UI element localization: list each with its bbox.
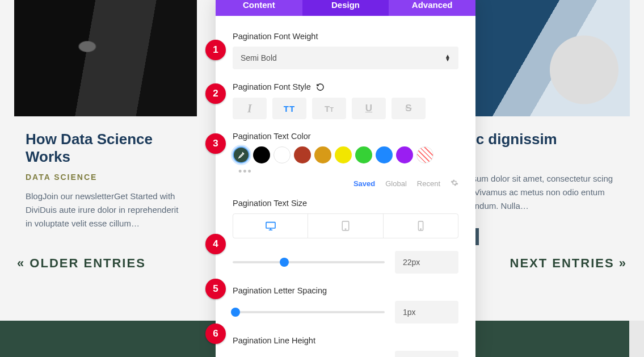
color-swatch[interactable] bbox=[314, 146, 331, 163]
tab-advanced[interactable]: Advanced bbox=[389, 0, 475, 16]
color-swatch[interactable] bbox=[396, 146, 413, 163]
card-title[interactable]: How Data Science Works bbox=[26, 131, 186, 166]
card-category[interactable]: LTH bbox=[458, 155, 618, 164]
color-swatches bbox=[233, 146, 458, 163]
slider-thumb[interactable] bbox=[280, 258, 289, 267]
letter-spacing-slider-row: 1px bbox=[233, 301, 458, 324]
annotation-badge-4: 4 bbox=[205, 234, 226, 254]
blog-card-left: How Data Science Works DATA SCIENCE Blog… bbox=[14, 0, 197, 230]
line-height-slider-row: 1.7em bbox=[233, 351, 458, 357]
annotation-badge-5: 5 bbox=[205, 279, 226, 299]
text-size-value[interactable]: 22px bbox=[395, 251, 458, 274]
annotation-badge-1: 1 bbox=[205, 40, 226, 60]
card-image bbox=[14, 0, 197, 116]
font-weight-select[interactable]: Semi Bold ▲▼ bbox=[233, 47, 458, 69]
panel-body[interactable]: Pagination Font Weight Semi Bold ▲▼ Pagi… bbox=[216, 16, 475, 357]
label-font-weight: Pagination Font Weight bbox=[233, 32, 458, 41]
color-swatch[interactable] bbox=[335, 146, 352, 163]
desktop-tab[interactable] bbox=[233, 214, 308, 238]
card-title[interactable]: nec dignissim bbox=[458, 131, 618, 148]
annotation-badge-6: 6 bbox=[205, 324, 226, 344]
card-excerpt: n ipsum dolor sit amet, consectetur scin… bbox=[458, 172, 618, 213]
phone-tab[interactable] bbox=[384, 214, 458, 238]
label-text-color: Pagination Text Color bbox=[233, 132, 458, 141]
color-swatch[interactable] bbox=[355, 146, 372, 163]
letter-spacing-value[interactable]: 1px bbox=[395, 301, 458, 324]
settings-panel: Content Design Advanced Pagination Font … bbox=[216, 0, 475, 357]
global-colors-link[interactable]: Global bbox=[385, 179, 407, 188]
smallcaps-button[interactable]: TT bbox=[312, 98, 346, 119]
panel-tabs: Content Design Advanced bbox=[216, 0, 475, 16]
line-height-value[interactable]: 1.7em bbox=[395, 351, 458, 357]
label-line-height: Pagination Line Height bbox=[233, 336, 458, 345]
tablet-tab[interactable] bbox=[308, 214, 383, 238]
more-colors-button[interactable]: ••• bbox=[233, 166, 458, 178]
label-text-size: Pagination Text Size bbox=[233, 199, 458, 208]
saved-colors-link[interactable]: Saved bbox=[353, 179, 375, 188]
select-arrows-icon: ▲▼ bbox=[445, 54, 451, 61]
recent-colors-link[interactable]: Recent bbox=[417, 179, 440, 188]
color-picker-swatch[interactable] bbox=[233, 146, 250, 163]
font-style-buttons: I TT TT U S bbox=[233, 98, 458, 119]
color-swatch[interactable] bbox=[376, 146, 393, 163]
svg-rect-0 bbox=[266, 222, 275, 228]
color-palette-links: Saved Global Recent bbox=[233, 179, 458, 188]
tab-design[interactable]: Design bbox=[302, 0, 389, 16]
strikethrough-button[interactable]: S bbox=[392, 98, 426, 119]
older-entries-link[interactable]: « OLDER ENTRIES bbox=[17, 256, 146, 271]
italic-button[interactable]: I bbox=[233, 98, 267, 119]
responsive-device-tabs bbox=[233, 213, 458, 238]
font-weight-value: Semi Bold bbox=[241, 53, 277, 62]
card-excerpt: BlogJoin our newsletterGet Started with … bbox=[26, 190, 186, 230]
transparent-swatch[interactable] bbox=[416, 146, 433, 163]
card-category[interactable]: DATA SCIENCE bbox=[26, 173, 186, 182]
color-swatch[interactable] bbox=[273, 146, 291, 163]
text-size-slider[interactable] bbox=[233, 261, 385, 263]
letter-spacing-slider[interactable] bbox=[233, 311, 385, 313]
svg-point-4 bbox=[420, 229, 421, 229]
slider-thumb[interactable] bbox=[231, 308, 240, 317]
color-swatch[interactable] bbox=[294, 146, 311, 163]
svg-point-2 bbox=[345, 229, 346, 229]
gear-icon[interactable] bbox=[451, 179, 458, 188]
uppercase-button[interactable]: TT bbox=[272, 98, 306, 119]
reset-icon[interactable] bbox=[315, 82, 326, 92]
text-size-slider-row: 22px bbox=[233, 251, 458, 274]
next-entries-link[interactable]: NEXT ENTRIES » bbox=[510, 256, 627, 271]
tab-content[interactable]: Content bbox=[216, 0, 302, 16]
underline-button[interactable]: U bbox=[352, 98, 386, 119]
annotation-badge-3: 3 bbox=[205, 133, 226, 154]
edge-card bbox=[629, 321, 644, 357]
label-font-style: Pagination Font Style bbox=[233, 82, 458, 92]
color-swatch[interactable] bbox=[253, 146, 270, 163]
label-letter-spacing: Pagination Letter Spacing bbox=[233, 286, 458, 295]
annotation-badge-2: 2 bbox=[205, 83, 226, 104]
